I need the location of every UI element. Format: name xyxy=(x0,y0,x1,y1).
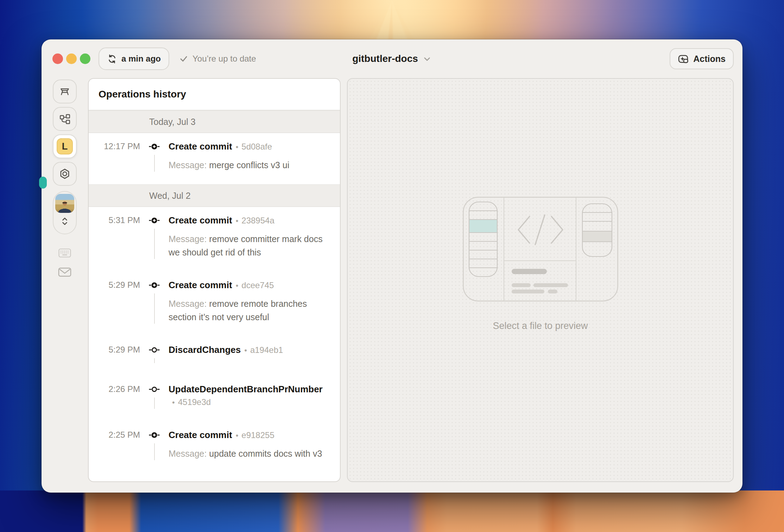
date-separator-row: Today, Jul 3 xyxy=(89,110,340,133)
project-avatar: L xyxy=(57,138,73,154)
sidebar: L xyxy=(42,78,88,482)
message-label: Message: xyxy=(169,160,207,170)
entry-title: Create commit xyxy=(169,215,232,226)
entry-message: Message: update commits docs with v3 xyxy=(169,447,331,460)
sync-status-button[interactable]: a min ago xyxy=(99,48,169,70)
gear-icon xyxy=(59,168,71,180)
history-entry[interactable]: 5:29 PM Create commit•dcee745 Message: r… xyxy=(89,272,340,336)
entry-hash: a194eb1 xyxy=(250,345,283,355)
actions-label: Actions xyxy=(693,54,726,64)
history-entry[interactable]: 5:31 PM Create commit•238954a Message: r… xyxy=(89,207,340,272)
entry-title: Create commit xyxy=(169,481,232,481)
entry-hash-group: •5d08afe xyxy=(236,140,272,153)
entry-hash-group: •238954a xyxy=(236,214,274,227)
history-entry[interactable]: 2:26 PM UpdateDependentBranchPrNumber•45… xyxy=(89,376,340,422)
branches-icon xyxy=(59,113,71,125)
date-separator-row: Wed, Jul 2 xyxy=(89,184,340,207)
history-entry[interactable]: 5:29 PM DiscardChanges•a194eb1 xyxy=(89,336,340,376)
feedback-button[interactable] xyxy=(58,267,71,277)
entry-time: 2:25 PM xyxy=(89,429,140,460)
entry-hash-group: •dcee745 xyxy=(236,279,274,292)
entry-time: 5:29 PM xyxy=(89,343,140,363)
commit-icon xyxy=(149,344,160,355)
sync-refresh-icon xyxy=(107,54,117,64)
history-entry[interactable]: 2:25 PM Create commit•e918255 Message: u… xyxy=(89,422,340,473)
close-window-button[interactable] xyxy=(52,53,63,64)
preview-placeholder-text: Select a file to preview xyxy=(493,321,588,331)
entry-connector-line xyxy=(154,293,155,324)
entry-title: Create commit xyxy=(169,430,232,440)
bullet-separator: • xyxy=(172,398,175,407)
history-entry[interactable]: 12:17 PM Create commit•5d08afe Message: … xyxy=(89,133,340,184)
history-entry[interactable]: 1:57 PM Create commit•7efe630 xyxy=(89,473,340,481)
entry-connector-line xyxy=(154,398,155,409)
ai-sparkle-icon xyxy=(678,53,689,64)
active-project-indicator xyxy=(39,177,47,189)
zoom-window-button[interactable] xyxy=(80,53,90,64)
actions-button[interactable]: Actions xyxy=(670,48,734,69)
entry-time: 1:57 PM xyxy=(89,480,140,481)
entry-time: 5:29 PM xyxy=(89,279,140,324)
entry-hash: 5d08afe xyxy=(241,142,272,151)
entry-message: Message: remove remote branches section … xyxy=(169,297,331,324)
entry-hash-group: •e918255 xyxy=(236,429,274,442)
date-label: Wed, Jul 2 xyxy=(149,191,191,201)
commit-plus-icon xyxy=(149,215,160,226)
commit-plus-icon xyxy=(149,481,160,481)
entry-message: Message: merge conflicts v3 ui xyxy=(169,158,331,172)
bullet-separator: • xyxy=(236,431,239,440)
message-label: Message: xyxy=(169,234,207,244)
message-label: Message: xyxy=(169,299,207,309)
commit-icon xyxy=(149,384,160,395)
entry-title: UpdateDependentBranchPrNumber xyxy=(169,384,323,394)
sync-status-label: a min ago xyxy=(121,54,161,64)
entry-time: 5:31 PM xyxy=(89,214,140,259)
keyboard-icon xyxy=(58,248,71,258)
operations-history-panel: Operations history Today, Jul 3 12:17 PM… xyxy=(88,78,341,482)
window-titlebar: a min ago You’re up to date gitbutler-do… xyxy=(42,39,742,78)
entry-hash: dcee745 xyxy=(241,280,274,290)
wallpaper-bottom-stripes xyxy=(0,490,784,532)
entry-message: Message: remove committer mark docs we s… xyxy=(169,232,331,259)
project-avatar-letter: L xyxy=(62,141,68,152)
message-text: merge conflicts v3 ui xyxy=(209,160,289,170)
history-list: Today, Jul 3 12:17 PM Create commit•5d08… xyxy=(89,110,340,481)
sidebar-item-branches[interactable] xyxy=(53,107,77,131)
bullet-separator: • xyxy=(236,281,239,290)
entry-connector-line xyxy=(154,155,155,172)
project-title: gitbutler-docs xyxy=(352,53,418,64)
entry-connector-line xyxy=(154,358,155,363)
settings-button[interactable] xyxy=(53,162,77,186)
entry-time: 12:17 PM xyxy=(89,140,140,172)
chevron-down-icon xyxy=(422,54,432,64)
entry-hash: 4519e3d xyxy=(178,397,211,407)
date-label: Today, Jul 3 xyxy=(149,117,196,127)
sidebar-item-project[interactable]: L xyxy=(53,134,77,158)
message-text: update commits docs with v3 xyxy=(209,449,322,458)
entry-title: DiscardChanges xyxy=(169,344,241,355)
mail-icon xyxy=(58,267,71,277)
commit-plus-icon xyxy=(149,280,160,291)
sidebar-item-workspace[interactable] xyxy=(53,80,77,103)
commit-plus-icon xyxy=(149,430,160,441)
chevron-up-down-icon xyxy=(59,215,70,228)
project-selector[interactable]: gitbutler-docs xyxy=(352,53,432,64)
entry-time: 2:26 PM xyxy=(89,383,140,409)
file-preview-panel: Select a file to preview xyxy=(347,78,734,482)
traffic-lights xyxy=(52,53,90,64)
entry-connector-line xyxy=(154,229,155,259)
entry-hash: e918255 xyxy=(241,430,274,440)
entry-hash: 238954a xyxy=(241,216,274,225)
minimize-window-button[interactable] xyxy=(66,53,77,64)
user-menu[interactable] xyxy=(53,191,77,234)
entry-connector-line xyxy=(154,443,155,460)
entry-title: Create commit xyxy=(169,141,232,152)
gitbutler-window: a min ago You’re up to date gitbutler-do… xyxy=(42,39,742,493)
entry-hash-group: •a194eb1 xyxy=(244,343,283,357)
up-to-date-status: You’re up to date xyxy=(179,54,256,64)
bullet-separator: • xyxy=(244,346,247,355)
keyboard-shortcuts-button[interactable] xyxy=(58,248,71,258)
entry-hash-group: •4519e3d xyxy=(172,395,211,409)
commit-plus-icon xyxy=(149,141,160,152)
bullet-separator: • xyxy=(236,216,239,225)
